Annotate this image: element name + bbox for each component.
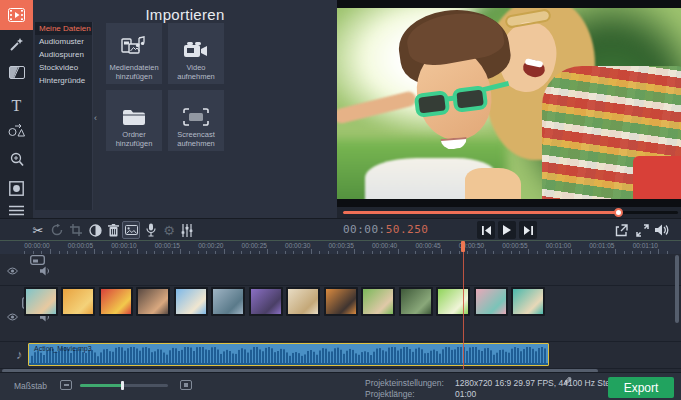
video-clip-thumbnail[interactable] (24, 287, 58, 316)
ruler-label: 00:01:10 (633, 242, 658, 249)
vertical-scrollbar[interactable] (675, 255, 679, 323)
status-bar: Maßstab Projekteinstellungen: 1280x720 1… (0, 372, 681, 400)
ruler-tick (24, 251, 25, 254)
record-voice-icon[interactable] (142, 221, 160, 239)
ruler-tick (233, 251, 234, 254)
sidebar-item-filters[interactable] (0, 30, 33, 58)
add-folder-button[interactable]: Ordner hinzufügen (106, 90, 162, 151)
ruler-tick (346, 251, 347, 254)
video-clip-thumbnail[interactable] (174, 287, 208, 316)
sidebar-item-stabilization[interactable] (0, 174, 33, 202)
timeline-zoom-in-icon[interactable] (180, 380, 192, 390)
tile-label: Screencast aufnehmen (168, 130, 224, 148)
playhead-handle[interactable] (461, 241, 465, 252)
volume-icon[interactable] (654, 222, 670, 238)
ruler-tick (85, 251, 86, 254)
ruler-tick (563, 251, 564, 254)
zoom-slider-fill (80, 384, 122, 387)
mute-icon[interactable] (40, 266, 51, 276)
seek-handle[interactable] (614, 208, 623, 217)
ruler-tick (146, 251, 147, 254)
previous-frame-button[interactable] (477, 221, 495, 239)
next-frame-button[interactable] (519, 221, 537, 239)
video-clip-thumbnail[interactable] (286, 287, 320, 316)
record-video-icon (183, 29, 209, 59)
track-separator (0, 285, 681, 286)
photo-red-clothing (633, 156, 681, 199)
ruler-tick (650, 251, 651, 254)
collapse-chevron-icon[interactable]: ‹ (91, 110, 100, 126)
sidebar-item-callouts[interactable] (0, 116, 33, 144)
timeline-ruler[interactable]: 00:00:0000:00:0500:00:1000:00:1500:00:20… (0, 241, 681, 254)
ruler-tick (511, 251, 512, 254)
tile-label: Mediendateien hinzufügen (106, 63, 162, 81)
video-clip-thumbnail[interactable] (136, 287, 170, 316)
ruler-tick (432, 251, 433, 254)
play-button[interactable] (498, 221, 516, 239)
project-settings-label: Projekteinstellungen: (365, 378, 444, 388)
edit-pencil-icon[interactable]: ✎ (563, 375, 572, 388)
ruler-label: 00:00:25 (242, 242, 267, 249)
zoom-slider-handle[interactable] (121, 381, 124, 390)
settings-gear-icon[interactable]: ⚙ (160, 221, 178, 239)
record-video-button[interactable]: Video aufnehmen (168, 23, 224, 84)
timeline-zoom-out-icon[interactable] (60, 380, 72, 390)
ruler-label: 00:00:15 (155, 242, 180, 249)
callouts-icon (8, 123, 25, 137)
video-clip-thumbnail[interactable] (211, 287, 245, 316)
ruler-tick (389, 251, 390, 254)
video-clip-thumbnail[interactable] (324, 287, 358, 316)
video-clip-thumbnail[interactable] (99, 287, 133, 316)
ruler-tick (519, 251, 520, 254)
category-my-files[interactable]: Meine Dateien (35, 22, 92, 35)
audio-levels-icon[interactable] (178, 221, 196, 239)
ruler-tick (545, 251, 546, 254)
eye-icon[interactable] (7, 313, 18, 321)
seek-bar-row (337, 207, 681, 218)
record-screencast-button[interactable]: Screencast aufnehmen (168, 90, 224, 151)
category-stock-video[interactable]: Stockvideo (35, 61, 92, 74)
crop-icon[interactable] (67, 221, 85, 239)
audio-clip[interactable]: Action_Movie.mp3 (28, 343, 549, 366)
sidebar-item-pan-zoom[interactable] (0, 145, 33, 173)
clip-properties-icon[interactable] (122, 221, 140, 239)
video-clip-thumbnail[interactable] (436, 287, 470, 316)
split-scissors-icon[interactable]: ✂ (29, 221, 47, 239)
ruler-label: 00:00:05 (68, 242, 93, 249)
delete-icon[interactable] (104, 221, 122, 239)
category-audio-samples[interactable]: Audiomuster (35, 35, 92, 48)
sidebar-item-transitions[interactable] (0, 58, 33, 86)
stabilization-icon (9, 181, 24, 196)
color-adjustments-icon[interactable] (86, 221, 104, 239)
video-clip-thumbnail[interactable] (61, 287, 95, 316)
video-clip-thumbnail[interactable] (511, 287, 545, 316)
ruler-tick (293, 251, 294, 254)
ruler-tick (598, 251, 599, 254)
sidebar-item-import[interactable] (0, 0, 33, 30)
video-clip-thumbnail[interactable] (399, 287, 433, 316)
video-clip-thumbnail[interactable] (361, 287, 395, 316)
tile-label: Ordner hinzufügen (106, 130, 162, 148)
add-media-files-button[interactable]: Mediendateien hinzufügen (106, 23, 162, 84)
category-list: Meine Dateien Audiomuster Audiospuren St… (35, 22, 92, 210)
video-clip-thumbnail[interactable] (249, 287, 283, 316)
fullscreen-icon[interactable] (634, 222, 650, 238)
category-audio-tracks[interactable]: Audiospuren (35, 48, 92, 61)
ruler-tick (459, 251, 460, 254)
rotate-icon[interactable] (48, 221, 66, 239)
seek-bar[interactable] (343, 211, 678, 214)
share-icon[interactable] (613, 222, 629, 238)
video-clip-thumbnail[interactable] (474, 287, 508, 316)
sidebar-item-more-tools[interactable] (0, 202, 33, 218)
eye-icon[interactable] (7, 267, 18, 275)
timeline-zoom-slider[interactable] (80, 384, 168, 387)
sidebar: T (0, 0, 33, 218)
ruler-tick (41, 251, 42, 254)
ruler-tick (67, 251, 68, 254)
category-backgrounds[interactable]: Hintergründe (35, 74, 92, 87)
playhead[interactable] (463, 241, 464, 369)
ruler-tick (172, 251, 173, 254)
ruler-tick (354, 249, 355, 254)
export-button[interactable]: Export (608, 377, 674, 398)
add-folder-icon (122, 96, 146, 126)
